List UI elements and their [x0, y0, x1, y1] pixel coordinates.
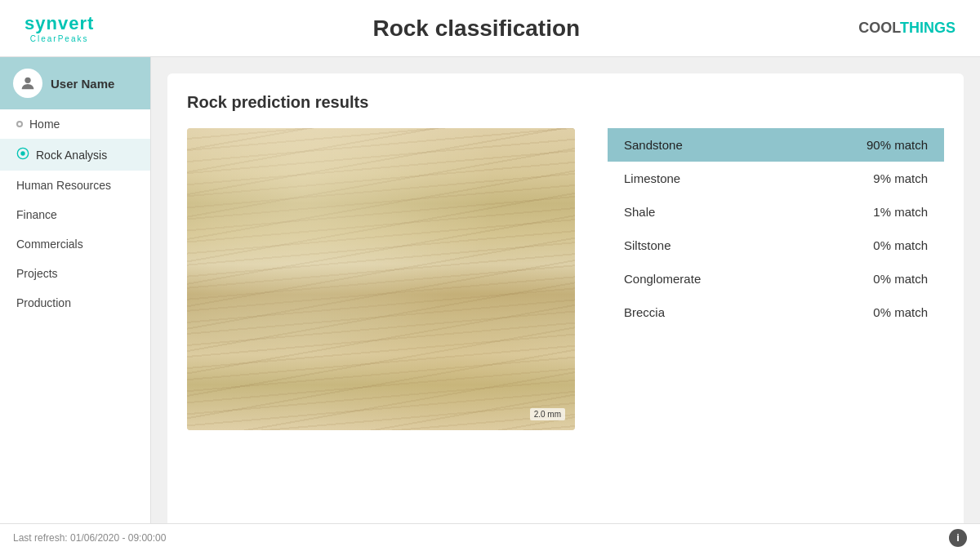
app-footer: Last refresh: 01/06/2020 - 09:00:00 i: [0, 523, 980, 551]
rock-analysis-icon: [16, 147, 29, 162]
last-refresh: Last refresh: 01/06/2020 - 09:00:00: [13, 532, 166, 544]
things-text: THINGS: [900, 20, 956, 36]
sidebar-item-commercials[interactable]: Commercials: [0, 229, 150, 259]
synvert-logo: synvert: [24, 13, 94, 34]
rock-name: Limestone: [608, 162, 789, 195]
match-value: 0% match: [789, 262, 944, 295]
user-name: User Name: [51, 77, 114, 91]
user-avatar: [13, 69, 42, 98]
sidebar-item-home-label: Home: [29, 118, 60, 131]
rock-image: 2.0 mm: [187, 128, 575, 430]
table-row: Conglomerate 0% match: [608, 262, 944, 295]
rock-name: Conglomerate: [608, 262, 789, 295]
results-table: Sandstone 90% match Limestone 9% match S…: [608, 128, 944, 329]
rock-scale: 2.0 mm: [530, 408, 565, 420]
svg-point-0: [24, 78, 30, 83]
rock-overlay: [187, 128, 575, 430]
match-value: 1% match: [789, 195, 944, 229]
page-title: Rock classification: [372, 16, 580, 42]
info-button[interactable]: i: [949, 529, 967, 547]
sidebar-item-projects[interactable]: Projects: [0, 259, 150, 288]
table-row: Limestone 9% match: [608, 162, 944, 195]
match-value: 90% match: [789, 128, 944, 162]
app-header: synvert ClearPeaks Rock classification C…: [0, 0, 980, 57]
sidebar-item-production[interactable]: Production: [0, 288, 150, 318]
sidebar-item-rock-analysis-label: Rock Analysis: [36, 149, 107, 162]
match-value: 9% match: [789, 162, 944, 195]
rock-name: Siltstone: [608, 229, 789, 262]
rock-name: Shale: [608, 195, 789, 229]
sidebar-item-human-resources-label: Human Resources: [16, 179, 111, 192]
sidebar-item-finance-label: Finance: [16, 208, 57, 221]
results-card: Rock prediction results 2.0 mm Sandstone…: [167, 73, 964, 523]
sidebar-item-rock-analysis[interactable]: Rock Analysis: [0, 139, 150, 171]
sidebar-item-home[interactable]: Home: [0, 109, 150, 139]
sidebar-item-commercials-label: Commercials: [16, 238, 83, 251]
logo-area: synvert ClearPeaks: [24, 13, 94, 43]
results-layout: 2.0 mm Sandstone 90% match Limestone 9% …: [187, 128, 944, 430]
coolthings-brand: COOLTHINGS: [858, 20, 956, 37]
section-title: Rock prediction results: [187, 93, 944, 112]
match-value: 0% match: [789, 295, 944, 329]
match-value: 0% match: [789, 229, 944, 262]
table-row: Breccia 0% match: [608, 295, 944, 329]
rock-name: Sandstone: [608, 128, 789, 162]
table-row: Sandstone 90% match: [608, 128, 944, 162]
sidebar-item-production-label: Production: [16, 296, 71, 309]
sidebar-item-projects-label: Projects: [16, 267, 58, 280]
sidebar-item-human-resources[interactable]: Human Resources: [0, 171, 150, 200]
svg-point-2: [20, 151, 24, 155]
rock-name: Breccia: [608, 295, 789, 329]
sidebar: User Name Home Rock Analysis Human Resou…: [0, 57, 151, 523]
content-area: Rock prediction results 2.0 mm Sandstone…: [151, 57, 980, 523]
table-row: Siltstone 0% match: [608, 229, 944, 262]
sidebar-item-finance[interactable]: Finance: [0, 200, 150, 229]
home-dot-icon: [16, 121, 23, 127]
table-row: Shale 1% match: [608, 195, 944, 229]
user-section: User Name: [0, 57, 150, 109]
main-layout: User Name Home Rock Analysis Human Resou…: [0, 57, 980, 523]
cool-text: COOL: [858, 20, 900, 36]
clearpeaks-logo: ClearPeaks: [30, 34, 89, 43]
